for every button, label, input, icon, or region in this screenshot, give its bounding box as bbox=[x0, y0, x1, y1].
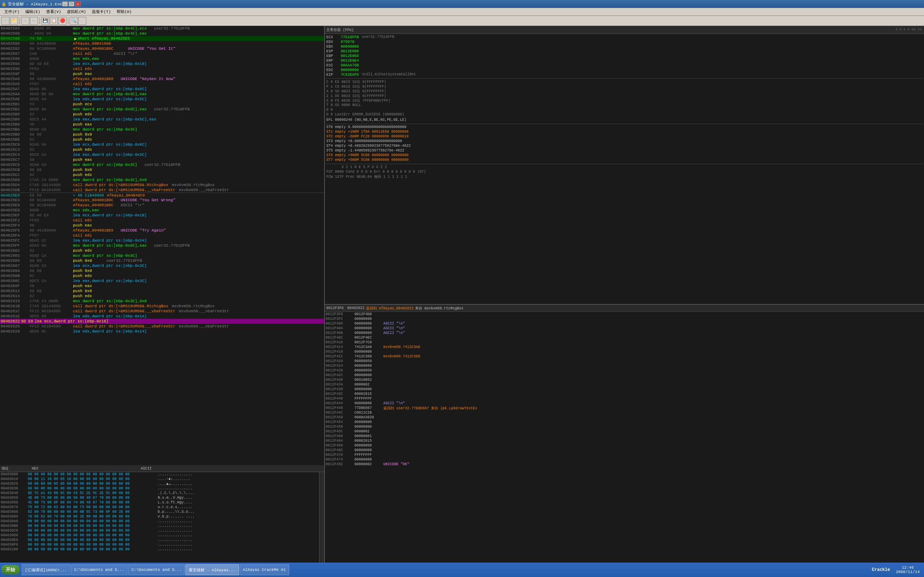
nav-rright[interactable]: >> bbox=[917, 28, 922, 32]
start-button[interactable]: 开始 bbox=[2, 565, 19, 574]
stack-line: 0012F40C 0012F4EC bbox=[325, 335, 924, 340]
title-bar-controls: _ □ ✕ bbox=[62, 2, 81, 6]
main-container: 00402585 - 89AD 0C mov dword ptr ss:[ebp… bbox=[0, 26, 924, 574]
reg-edx: EDX 075D70 bbox=[326, 39, 923, 44]
toolbar-btn-1[interactable]: ⟳ bbox=[2, 17, 10, 25]
code-line: 00402614 52 push edx bbox=[0, 293, 324, 298]
code-line: 004025AA 8DAD B5 0A mov dword ptr ss:[eb… bbox=[0, 92, 324, 97]
code-line: 004025C8 8DAD CA mov dword ptr ss:[ebp-0… bbox=[0, 162, 324, 167]
flag-s-fs: S 0 FS 0038 32位 7FFDF000(FFF) bbox=[326, 98, 923, 103]
menu-help[interactable]: 帮助(H) bbox=[114, 8, 135, 15]
fpu-nav: < < > > << >> bbox=[895, 28, 922, 32]
disassembly-area[interactable]: 00402585 - 89AD 0C mov dword ptr ss:[ebp… bbox=[0, 26, 324, 465]
menu-bar: 文件(F) 编辑(E) 查看(V) 虚拟机(M) 选项卡(T) 帮助(H) bbox=[0, 8, 924, 16]
toolbar-pause[interactable]: ⏸ bbox=[21, 17, 29, 25]
code-line-rtcmsgbox: 004025D4 C7A5 1B14A800 call dword ptr ds… bbox=[0, 182, 324, 187]
code-line-current: 00402622 8D E8 lea ecx,dword ptr ss:[ebp… bbox=[0, 319, 324, 324]
code-line: 004025A5 FFD7 call edi bbox=[0, 82, 324, 87]
reg-eip: EIP 7C92EAF6 ntdll.KiFastSystemCallRet bbox=[326, 72, 923, 77]
menu-file[interactable]: 文件(F) bbox=[2, 8, 23, 15]
code-line: 004025E3 68 9C1B4000 AfKayas_004001B9C U… bbox=[0, 198, 324, 203]
code-line: 004025C0 8DAD 0A lea ecx,dword ptr ss:[e… bbox=[0, 142, 324, 147]
code-line: 00402628 8D55 6C lea edx,dword ptr ss:[e… bbox=[0, 329, 324, 334]
code-line: 00402602 52 push edx bbox=[0, 248, 324, 253]
code-line: 004025D0 C7A5 C4 0000 mov dword ptr ss:[… bbox=[0, 177, 324, 182]
fpu-header: 主寄存器 (FPU) < < > > << >> bbox=[325, 26, 924, 34]
taskbar-btn-1[interactable]: [汇编调试]100%Cr... bbox=[22, 564, 70, 575]
code-line: 004025E8 68 9C1B4000 AfKayas_004001B9C A… bbox=[0, 203, 324, 208]
toolbar-btn-ref[interactable]: 🔍 bbox=[69, 17, 78, 25]
nav-lleft[interactable]: << bbox=[911, 28, 916, 32]
code-line: 004025C3 52 push edx bbox=[0, 147, 324, 152]
code-line: 004025B6 8DC5 A4 lea eax,dword ptr ss:[e… bbox=[0, 117, 324, 122]
toolbar-btn-cpu[interactable]: 💾 bbox=[41, 17, 49, 25]
menu-vm[interactable]: 虚拟机(M) bbox=[64, 8, 89, 15]
code-line: 004025C4 8DC5 CA lea eax,dword ptr ss:[e… bbox=[0, 152, 324, 157]
maximize-button[interactable]: □ bbox=[69, 2, 74, 6]
hex-scrollbar[interactable] bbox=[319, 472, 324, 573]
minimize-button[interactable]: _ bbox=[62, 2, 68, 6]
taskbar-btn-5[interactable]: AlKayas CrackMe #1 bbox=[240, 564, 289, 575]
taskbar-btn-4[interactable]: 窗安破解 - AlKayas... bbox=[186, 564, 239, 575]
flag-z-ds: Z 1 DS 0023 32位 0(FFFFFFFF) bbox=[326, 93, 923, 98]
reg-ecx: ECX 77D18FFB user32.77D18FFB bbox=[326, 35, 923, 39]
menu-edit[interactable]: 编辑(E) bbox=[23, 8, 43, 15]
hex-line: 00A030E0 00 00 00 00 00 00 00 00 00 00 0… bbox=[0, 538, 319, 542]
hex-line: 00A030D0 00 00 00 00 00 00 00 00 00 00 0… bbox=[0, 533, 319, 538]
nav-left2[interactable]: < bbox=[899, 28, 902, 32]
title-bar-text: 安全破解 - AlKayas_1.Exe bbox=[8, 2, 62, 7]
st2: ST2 empty -6H0M FC20 00000056 00000018 bbox=[326, 134, 923, 139]
stack-line: 0012F45C 0000002 bbox=[325, 429, 924, 434]
flag-c-es: C 0 ES 0023 32位 0(FFFFFFFF) bbox=[326, 79, 923, 84]
taskbar: 开始 [汇编调试]100%Cr... C:\Documents and S...… bbox=[0, 562, 924, 577]
code-line: 004025AE 8D55 A4 lea edx,dword ptr ss:[e… bbox=[0, 97, 324, 102]
app-icon: 🔓 bbox=[2, 2, 6, 6]
code-line: 00402607 8DAD CA lea ecx,dword ptr ss:[e… bbox=[0, 263, 324, 268]
st4: ST4 empty +0.48920250923677502760e-4622 bbox=[326, 143, 923, 148]
stack-content[interactable]: 0012F3F8 0012F4b8 0012F3FC 00000000 0012… bbox=[325, 312, 924, 574]
toolbar-step[interactable]: ▶ bbox=[30, 17, 38, 25]
code-line: 004025CB 68 00 push 0x0 bbox=[0, 167, 324, 172]
code-line: 004025FA FFD7 call edi bbox=[0, 233, 324, 238]
toolbar-btn-log[interactable]: 📋 bbox=[50, 17, 58, 25]
stack-line: 0012F3FC 00000000 bbox=[325, 317, 924, 321]
toolbar-btn-2[interactable]: 📁 bbox=[10, 17, 18, 25]
taskbar-btn-2[interactable]: C:\Documents and S... bbox=[71, 564, 128, 575]
stack-line: 0012F408 00000000 ASCII "\n" bbox=[325, 331, 924, 335]
hex-panel: 地址 HEX ASCII 00A03000 00 00 00 00 00 00 … bbox=[0, 465, 325, 574]
stack-line: 0012F424 00000000 bbox=[325, 364, 924, 368]
hex-line: 00A030B0 00 00 00 00 00 00 00 00 00 00 0… bbox=[0, 524, 319, 528]
code-line: 0040259A 8D A0 E8 lea ecx,dword ptr ss:[… bbox=[0, 61, 324, 66]
nav-left1[interactable]: < bbox=[895, 28, 898, 32]
stack-line: 0012F418 00000000 bbox=[325, 350, 924, 354]
code-line: 00402585 - 89AD 0C mov dword ptr ss:[ebp… bbox=[0, 26, 324, 31]
toolbar-btn-bp[interactable]: 🔴 bbox=[58, 17, 66, 25]
close-button[interactable]: ✕ bbox=[75, 2, 81, 6]
code-line: 004025CC 52 push edx bbox=[0, 172, 324, 177]
hex-content[interactable]: 00A03000 00 00 00 00 00 00 00 00 00 00 0… bbox=[0, 472, 319, 573]
nav-right2[interactable]: > bbox=[907, 28, 910, 32]
hex-line: 00A030C0 00 00 00 00 00 00 00 00 00 00 0… bbox=[0, 528, 319, 533]
reg-erf: ERF 0012E6E4 bbox=[326, 58, 923, 63]
hex-line: 00A03100 00 00 00 00 00 00 00 00 00 00 0… bbox=[0, 547, 319, 552]
toolbar-sep-3 bbox=[68, 17, 68, 24]
stack-line: 0012F410 0012F7C0 bbox=[325, 340, 924, 345]
register-panel: ECX 77D18FFB user32.77D18FFB EDX 075D70 … bbox=[325, 34, 924, 304]
nav-right1[interactable]: > bbox=[903, 28, 906, 32]
stack-line: 0012F448 77D0E667 返回到 user32.77D0E667 来自… bbox=[325, 406, 924, 410]
toolbar-btn-patch[interactable]: ✏ bbox=[78, 17, 86, 25]
taskbar-btn-3[interactable]: C:\Documents and S... bbox=[128, 564, 185, 575]
code-line: 004025C7 50 push eax bbox=[0, 157, 324, 162]
code-line: 00402415 C7A5 C4 0000 mov dword ptr ss:[… bbox=[0, 298, 324, 304]
menu-view[interactable]: 查看(V) bbox=[43, 8, 64, 15]
code-line: 004025FF 89A5 0A mov dword ptr ss:[ebp-0… bbox=[0, 243, 324, 248]
stack-line: 0012F434 0000002 bbox=[325, 382, 924, 387]
code-line-jump: 0040258B 74 58 ▶ short AfKayas_004025E5 bbox=[0, 36, 324, 41]
code-line: 004025B9 50 push eax bbox=[0, 122, 324, 127]
hex-line: 00A03040 9E 7C A1 43 00 5C 00 43 5C 2E 5… bbox=[0, 491, 319, 495]
code-line: 00402592 68 9C1B0000 AfKayas_004001B9C U… bbox=[0, 46, 324, 51]
menu-options[interactable]: 选项卡(T) bbox=[89, 8, 114, 15]
stack-line: 0012F470 FFFFFFFF bbox=[325, 453, 924, 457]
stack-line: 0012F458 00000000 bbox=[325, 424, 924, 429]
code-line: 004025F5 68 481B0000 AfKayas_004001BE8 U… bbox=[0, 228, 324, 233]
